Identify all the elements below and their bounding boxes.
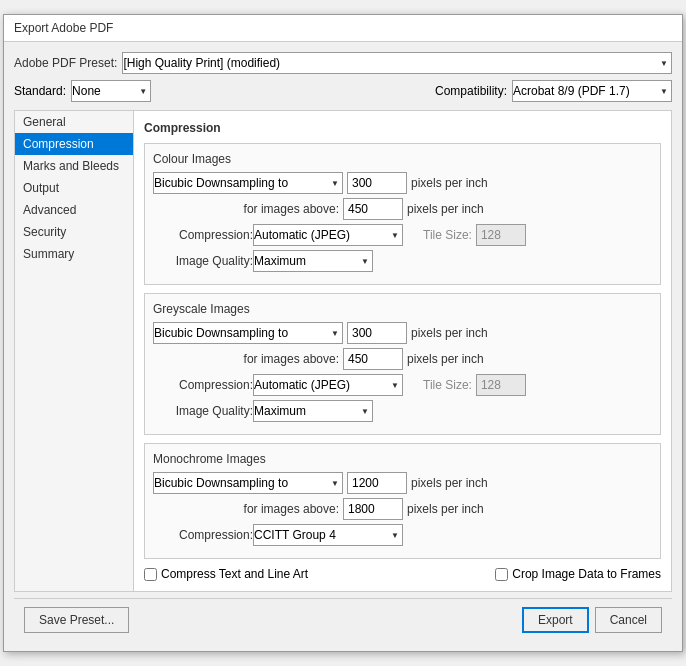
preset-select-wrapper[interactable]: [High Quality Print] (modified) [122, 52, 672, 74]
monochrome-above-label: for images above: [153, 502, 343, 516]
save-preset-button[interactable]: Save Preset... [24, 607, 129, 633]
preset-row: Adobe PDF Preset: [High Quality Print] (… [14, 52, 672, 74]
monochrome-compression-label: Compression: [153, 528, 253, 542]
crop-image-label: Crop Image Data to Frames [512, 567, 661, 581]
colour-above-unit: pixels per inch [407, 202, 484, 216]
greyscale-downsampling-row: Bicubic Downsampling to pixels per inch [153, 322, 652, 344]
dialog-title: Export Adobe PDF [4, 15, 682, 42]
greyscale-compression-label: Compression: [153, 378, 253, 392]
monochrome-downsampling-unit: pixels per inch [411, 476, 488, 490]
greyscale-tile-size-label: Tile Size: [423, 378, 472, 392]
compress-text-item: Compress Text and Line Art [144, 567, 308, 581]
greyscale-compression-select[interactable]: Automatic (JPEG) [253, 374, 403, 396]
main-area: General Compression Marks and Bleeds Out… [14, 110, 672, 592]
greyscale-quality-row: Image Quality: Maximum [153, 400, 652, 422]
colour-above-row: for images above: pixels per inch [153, 198, 652, 220]
colour-tile-size-value [476, 224, 526, 246]
colour-images-title: Colour Images [153, 152, 652, 166]
crop-image-checkbox[interactable] [495, 568, 508, 581]
greyscale-downsampling-select[interactable]: Bicubic Downsampling to [153, 322, 343, 344]
preset-label: Adobe PDF Preset: [14, 56, 117, 70]
greyscale-downsampling-select-wrapper[interactable]: Bicubic Downsampling to [153, 322, 343, 344]
colour-above-value[interactable] [343, 198, 403, 220]
greyscale-above-row: for images above: pixels per inch [153, 348, 652, 370]
monochrome-above-value[interactable] [343, 498, 403, 520]
colour-above-label: for images above: [153, 202, 343, 216]
monochrome-above-unit: pixels per inch [407, 502, 484, 516]
colour-compression-select-wrapper[interactable]: Automatic (JPEG) [253, 224, 403, 246]
greyscale-quality-label: Image Quality: [153, 404, 253, 418]
colour-tile-size-label: Tile Size: [423, 228, 472, 242]
monochrome-downsampling-select[interactable]: Bicubic Downsampling to [153, 472, 343, 494]
section-title: Compression [144, 121, 661, 135]
monochrome-compression-row: Compression: CCITT Group 4 [153, 524, 652, 546]
standard-row: Standard: None Compatibility: Acrobat 8/… [14, 80, 672, 102]
colour-compression-label: Compression: [153, 228, 253, 242]
greyscale-quality-select-wrapper[interactable]: Maximum [253, 400, 373, 422]
sidebar-item-advanced[interactable]: Advanced [15, 199, 133, 221]
greyscale-images-title: Greyscale Images [153, 302, 652, 316]
sidebar-item-security[interactable]: Security [15, 221, 133, 243]
greyscale-above-unit: pixels per inch [407, 352, 484, 366]
monochrome-images-group: Monochrome Images Bicubic Downsampling t… [144, 443, 661, 559]
sidebar-item-output[interactable]: Output [15, 177, 133, 199]
compress-text-checkbox[interactable] [144, 568, 157, 581]
colour-compression-select[interactable]: Automatic (JPEG) [253, 224, 403, 246]
colour-downsampling-unit: pixels per inch [411, 176, 488, 190]
export-pdf-dialog: Export Adobe PDF Adobe PDF Preset: [High… [3, 14, 683, 652]
checkbox-row: Compress Text and Line Art Crop Image Da… [144, 567, 661, 581]
greyscale-compression-row: Compression: Automatic (JPEG) Tile Size: [153, 374, 652, 396]
compress-text-label: Compress Text and Line Art [161, 567, 308, 581]
standard-label: Standard: [14, 84, 66, 98]
monochrome-images-title: Monochrome Images [153, 452, 652, 466]
dialog-footer: Save Preset... Export Cancel [14, 598, 672, 641]
cancel-button[interactable]: Cancel [595, 607, 662, 633]
colour-downsampling-select[interactable]: Bicubic Downsampling to [153, 172, 343, 194]
greyscale-downsampling-unit: pixels per inch [411, 326, 488, 340]
colour-quality-select[interactable]: Maximum [253, 250, 373, 272]
colour-compression-row: Compression: Automatic (JPEG) Tile Size: [153, 224, 652, 246]
colour-quality-row: Image Quality: Maximum [153, 250, 652, 272]
colour-images-group: Colour Images Bicubic Downsampling to pi… [144, 143, 661, 285]
monochrome-downsampling-value[interactable] [347, 472, 407, 494]
greyscale-downsampling-value[interactable] [347, 322, 407, 344]
greyscale-images-group: Greyscale Images Bicubic Downsampling to… [144, 293, 661, 435]
sidebar-item-marks-and-bleeds[interactable]: Marks and Bleeds [15, 155, 133, 177]
monochrome-compression-select-wrapper[interactable]: CCITT Group 4 [253, 524, 403, 546]
monochrome-downsampling-row: Bicubic Downsampling to pixels per inch [153, 472, 652, 494]
standard-select-wrapper[interactable]: None [71, 80, 151, 102]
greyscale-quality-select[interactable]: Maximum [253, 400, 373, 422]
colour-quality-select-wrapper[interactable]: Maximum [253, 250, 373, 272]
sidebar-item-compression[interactable]: Compression [15, 133, 133, 155]
compatibility-select[interactable]: Acrobat 8/9 (PDF 1.7) [512, 80, 672, 102]
colour-downsampling-select-wrapper[interactable]: Bicubic Downsampling to [153, 172, 343, 194]
export-button[interactable]: Export [522, 607, 589, 633]
greyscale-above-value[interactable] [343, 348, 403, 370]
greyscale-compression-select-wrapper[interactable]: Automatic (JPEG) [253, 374, 403, 396]
content-area: Compression Colour Images Bicubic Downsa… [133, 110, 672, 592]
standard-select[interactable]: None [71, 80, 151, 102]
monochrome-compression-select[interactable]: CCITT Group 4 [253, 524, 403, 546]
preset-select[interactable]: [High Quality Print] (modified) [122, 52, 672, 74]
compatibility-select-wrapper[interactable]: Acrobat 8/9 (PDF 1.7) [512, 80, 672, 102]
sidebar-item-general[interactable]: General [15, 111, 133, 133]
monochrome-above-row: for images above: pixels per inch [153, 498, 652, 520]
colour-downsampling-value[interactable] [347, 172, 407, 194]
compatibility-label: Compatibility: [435, 84, 507, 98]
sidebar-item-summary[interactable]: Summary [15, 243, 133, 265]
greyscale-above-label: for images above: [153, 352, 343, 366]
sidebar: General Compression Marks and Bleeds Out… [14, 110, 134, 592]
dialog-body: Adobe PDF Preset: [High Quality Print] (… [4, 42, 682, 651]
colour-quality-label: Image Quality: [153, 254, 253, 268]
crop-image-item: Crop Image Data to Frames [495, 567, 661, 581]
colour-downsampling-row: Bicubic Downsampling to pixels per inch [153, 172, 652, 194]
monochrome-downsampling-select-wrapper[interactable]: Bicubic Downsampling to [153, 472, 343, 494]
greyscale-tile-size-value [476, 374, 526, 396]
action-buttons: Export Cancel [522, 607, 662, 633]
